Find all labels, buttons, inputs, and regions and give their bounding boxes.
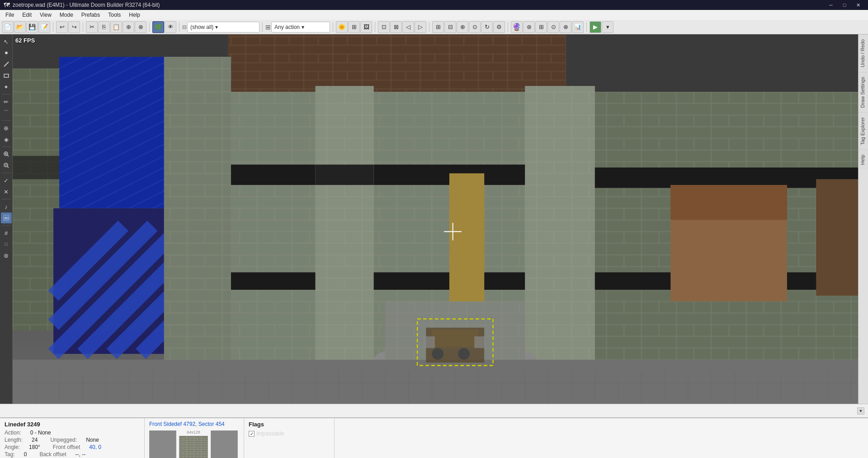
action-dropdown[interactable]: Any action ▾ — [271, 22, 330, 33]
menu-mode[interactable]: Mode — [56, 11, 77, 19]
zoom-fit-btn[interactable]: ⊡ — [378, 21, 390, 33]
paint-tool[interactable]: ◈ — [1, 134, 12, 145]
visual-mode-btn[interactable]: 👁 — [165, 21, 176, 33]
lower-texture[interactable]: - — [211, 430, 238, 458]
zoom-out-tool[interactable] — [1, 160, 12, 171]
open-button[interactable]: 📂 — [14, 21, 26, 33]
impassable-checkbox[interactable] — [249, 431, 255, 437]
run-options-btn[interactable]: ▾ — [602, 21, 613, 33]
zoom-sel-btn[interactable]: ⊠ — [390, 21, 402, 33]
visual-mode-tool[interactable]: 3D — [1, 212, 12, 223]
front-offset-label: Front offset — [53, 444, 80, 450]
sound-tool[interactable]: ♪ — [1, 201, 12, 212]
fullbright-btn[interactable]: 🌞 — [336, 21, 348, 33]
geometry-mode-btn[interactable]: 🌿 — [152, 21, 164, 33]
redo-button[interactable]: ↪ — [68, 21, 80, 33]
upper-texture[interactable]: - — [149, 430, 176, 458]
filter-chevron-icon: ▾ — [215, 24, 218, 30]
sidedef-title[interactable]: Front Sidedef 4792, Sector 454 — [149, 421, 239, 427]
new-button[interactable]: 📄 — [2, 21, 14, 33]
minimize-button[interactable]: ─ — [825, 1, 837, 9]
save-button[interactable]: 💾 — [26, 21, 38, 33]
next-view-btn[interactable]: ▷ — [415, 21, 426, 33]
draw-tool[interactable]: ✏ — [1, 96, 12, 107]
flip-btn[interactable]: ⊙ — [469, 21, 481, 33]
tag-tool[interactable]: ⊛ — [1, 250, 12, 261]
angle-label: Angle: — [5, 444, 20, 450]
script-button[interactable]: 📝 — [38, 21, 50, 33]
edit-tool[interactable]: ⊕ — [1, 123, 12, 133]
app-icon: 🗺 — [4, 1, 10, 9]
merge-btn[interactable]: ⊟ — [444, 21, 456, 33]
middle-texture[interactable]: 64x128 GRAY1 — [179, 430, 208, 458]
stats-btn[interactable]: 📊 — [572, 21, 584, 33]
menu-view[interactable]: View — [36, 11, 55, 19]
special-tools-group: 🔮 ⊛ ⊞ ⊙ ⊗ 📊 — [511, 21, 584, 33]
insert-button[interactable]: ⊕ — [123, 21, 134, 33]
menu-prefabs[interactable]: Prefabs — [78, 11, 104, 19]
grid-view-btn[interactable]: ⊞ — [348, 21, 360, 33]
resources-btn[interactable]: ⊛ — [523, 21, 535, 33]
filter-dropdown[interactable]: (show all) ▾ — [187, 22, 259, 33]
check-tool[interactable]: ✓ — [1, 175, 12, 186]
sep2 — [83, 22, 83, 32]
front-offset-value: 40, 0 — [89, 444, 101, 450]
back-offset-value: --, -- — [75, 451, 86, 458]
menu-edit[interactable]: Edit — [19, 11, 35, 19]
options-btn[interactable]: ⚙ — [493, 21, 505, 33]
tag-explorer-tab[interactable]: Tag Explorer — [859, 112, 868, 150]
viewport[interactable]: 62 FPS — [13, 34, 858, 404]
map-settings-btn[interactable]: ⊞ — [535, 21, 547, 33]
cross-tool[interactable]: ✕ — [1, 186, 12, 197]
svg-rect-66 — [670, 185, 787, 220]
menu-file[interactable]: File — [2, 11, 18, 19]
dots-tool[interactable]: ⁙ — [1, 239, 12, 250]
align-btn[interactable]: ⊞ — [432, 21, 444, 33]
bottom-panel: Linedef 3249 Action: 0 - None Length: 24… — [0, 417, 868, 458]
split-btn[interactable]: ⊕ — [457, 21, 468, 33]
prev-view-btn[interactable]: ◁ — [402, 21, 414, 33]
map-options-group: ⊡ ⊠ ◁ ▷ — [378, 21, 426, 33]
sep4 — [179, 22, 179, 32]
svg-rect-68 — [816, 179, 858, 296]
left-toolbar: ↖ ✦ ✏ ⌒ ⊕ ◈ ✓ ✕ ♪ 3D # ⁙ — [0, 34, 13, 404]
paste-button[interactable]: 📋 — [110, 21, 122, 33]
copy-button[interactable]: ⎘ — [98, 21, 110, 33]
toolbar: 📄 📂 💾 📝 ↩ ↪ ✂ ⎘ 📋 ⊕ ⊗ 🌿 👁 ⊟ (show all) ▾… — [0, 20, 868, 34]
sector-tool[interactable] — [1, 70, 12, 81]
undo-redo-tab[interactable]: Undo / Redo — [859, 34, 868, 72]
menu-help[interactable]: Help — [125, 11, 144, 19]
titlebar: 🗺 zoetrope.wad (E4M1) - Ultimate Doom Bu… — [0, 0, 868, 10]
unpegged-label: Unpegged: — [50, 437, 77, 443]
linedef-tool[interactable] — [1, 59, 12, 70]
maximize-button[interactable]: □ — [838, 1, 851, 9]
fps-counter: 62 FPS — [15, 37, 35, 44]
tag-row: Tag: 0 Back offset --, -- — [5, 451, 140, 458]
texture-row: - 64x128 — [149, 430, 239, 458]
panel-expand-btn[interactable]: ▼ — [857, 407, 864, 415]
svg-point-79 — [432, 348, 443, 360]
run-group: ▶ ▾ — [590, 21, 613, 33]
texture-btn[interactable]: 🖼 — [360, 21, 372, 33]
vertex-tool[interactable] — [1, 47, 12, 58]
run-btn[interactable]: ▶ — [590, 21, 601, 33]
flags-title: Flags — [249, 421, 330, 428]
menu-tools[interactable]: Tools — [104, 11, 124, 19]
grid-tool[interactable]: # — [1, 227, 12, 238]
curve-tool[interactable]: ⌒ — [1, 108, 12, 118]
close-button[interactable]: ✕ — [852, 1, 864, 9]
things-tool[interactable]: ✦ — [1, 81, 12, 92]
rotate-btn[interactable]: ↻ — [481, 21, 493, 33]
undo-button[interactable]: ↩ — [56, 21, 68, 33]
help-tab[interactable]: Help — [859, 150, 868, 170]
cut-button[interactable]: ✂ — [86, 21, 98, 33]
zoom-in-tool[interactable] — [1, 149, 12, 160]
game-settings-btn[interactable]: ⊙ — [547, 21, 559, 33]
delete-button[interactable]: ⊗ — [135, 21, 146, 33]
config-btn[interactable]: ⊗ — [560, 21, 571, 33]
draw-settings-tab[interactable]: Draw Settings — [859, 72, 868, 112]
svg-rect-89 — [179, 436, 208, 458]
arrow-tool[interactable]: ↖ — [1, 36, 12, 47]
script-edit-btn[interactable]: 🔮 — [511, 21, 523, 33]
length-label: Length: — [5, 437, 23, 443]
